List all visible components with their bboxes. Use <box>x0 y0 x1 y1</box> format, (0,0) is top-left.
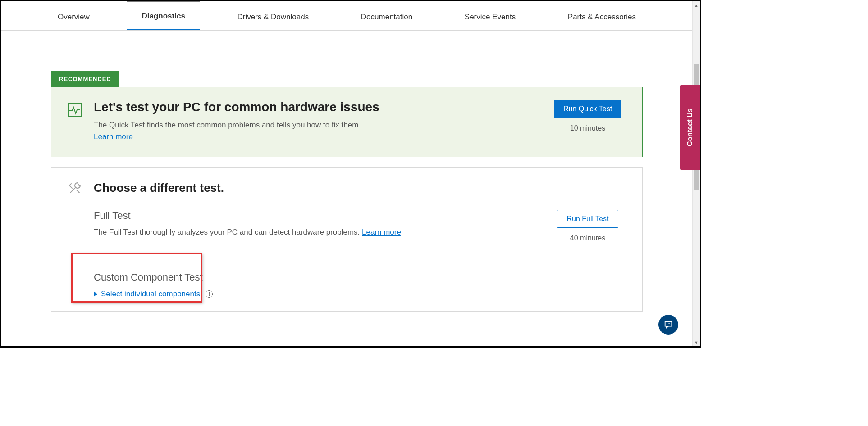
select-individual-components-link[interactable]: Select individual components ! <box>94 290 213 299</box>
full-test-learn-more-link[interactable]: Learn more <box>362 228 401 236</box>
svg-point-1 <box>667 323 667 324</box>
recommended-badge: RECOMMENDED <box>51 71 119 87</box>
tools-icon <box>68 181 83 195</box>
tab-overview[interactable]: Overview <box>43 2 105 30</box>
quick-test-card: Let's test your PC for common hardware i… <box>51 87 643 157</box>
quick-test-desc: The Quick Test finds the most common pro… <box>94 121 539 130</box>
custom-test-row: Custom Component Test Select individual … <box>94 257 626 311</box>
quick-test-title: Let's test your PC for common hardware i… <box>94 100 539 114</box>
run-full-test-button[interactable]: Run Full Test <box>557 210 618 228</box>
chat-icon <box>663 320 673 330</box>
full-test-title: Full Test <box>94 210 549 222</box>
tab-diagnostics[interactable]: Diagnostics <box>127 1 200 30</box>
browser-viewport: ▲ ▼ Overview Diagnostics Drivers & Downl… <box>0 0 701 348</box>
tab-parts-accessories[interactable]: Parts & Accessories <box>553 2 651 30</box>
custom-test-title: Custom Component Test <box>94 272 626 283</box>
svg-point-3 <box>669 323 670 324</box>
svg-point-2 <box>668 323 669 324</box>
quick-test-learn-more-link[interactable]: Learn more <box>94 132 133 141</box>
info-icon[interactable]: ! <box>206 290 213 298</box>
run-quick-test-button[interactable]: Run Quick Test <box>554 100 621 118</box>
choose-different-title: Choose a different test. <box>94 181 224 195</box>
full-test-time: 40 minutes <box>549 234 626 242</box>
contact-us-side-tab[interactable]: Contact Us <box>680 85 700 170</box>
choose-different-test-card: Choose a different test. Full Test The F… <box>51 167 643 312</box>
tab-service-events[interactable]: Service Events <box>450 2 530 30</box>
tab-bar: Overview Diagnostics Drivers & Downloads… <box>1 1 692 31</box>
expand-triangle-icon <box>94 291 97 297</box>
heartbeat-icon <box>68 100 83 141</box>
full-test-desc: The Full Test thoroughly analyzes your P… <box>94 228 362 236</box>
full-test-row: Full Test The Full Test thoroughly analy… <box>94 195 626 257</box>
chat-button[interactable] <box>658 315 678 335</box>
select-components-label: Select individual components <box>101 290 200 299</box>
quick-test-time: 10 minutes <box>549 124 626 132</box>
tab-documentation[interactable]: Documentation <box>346 2 427 30</box>
tab-drivers-downloads[interactable]: Drivers & Downloads <box>222 2 324 30</box>
